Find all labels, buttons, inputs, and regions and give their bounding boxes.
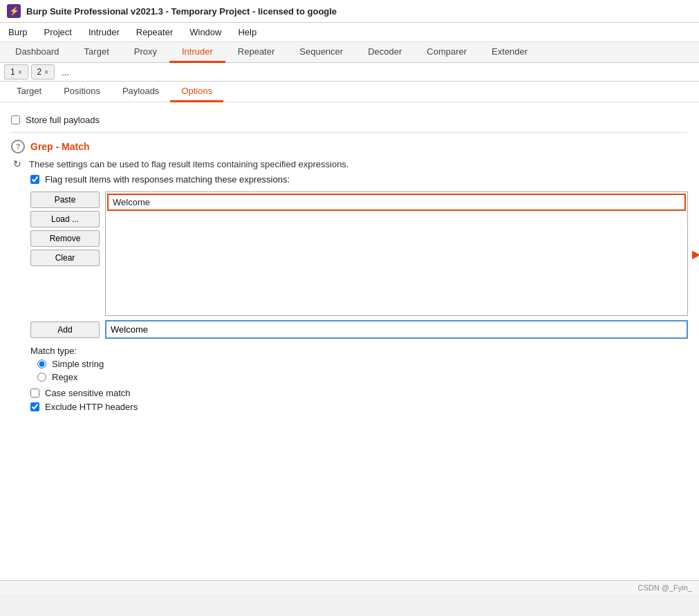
exclude-http-headers-label[interactable]: Exclude HTTP headers bbox=[45, 402, 138, 412]
close-tab-1-icon[interactable]: × bbox=[18, 68, 22, 76]
menu-intruder[interactable]: Intruder bbox=[80, 24, 128, 40]
grep-match-title: Grep - Match bbox=[30, 141, 90, 152]
more-tabs-button[interactable]: ... bbox=[57, 65, 73, 80]
app-icon: ⚡ bbox=[7, 4, 21, 18]
case-sensitive-row: Case sensitive match bbox=[30, 388, 688, 398]
menu-window[interactable]: Window bbox=[181, 24, 230, 40]
grep-match-description: These settings can be used to flag resul… bbox=[29, 159, 348, 169]
expression-list-container: Welcome ▶ bbox=[105, 192, 688, 316]
match-type-regex-radio[interactable] bbox=[37, 373, 46, 382]
store-full-payloads-checkbox[interactable] bbox=[11, 115, 20, 124]
options-tab-target[interactable]: Target bbox=[6, 82, 53, 102]
bottom-bar: CSDN @_Fyin_ bbox=[0, 580, 699, 595]
add-button[interactable]: Add bbox=[30, 321, 100, 338]
grep-match-header: ? Grep - Match bbox=[11, 140, 688, 153]
case-sensitive-label[interactable]: Case sensitive match bbox=[45, 388, 131, 398]
load-button[interactable]: Load ... bbox=[30, 211, 100, 227]
sub-tab-1[interactable]: 1 × bbox=[4, 64, 28, 80]
tab-comparer[interactable]: Comparer bbox=[414, 42, 479, 63]
match-type-simple-label[interactable]: Simple string bbox=[52, 359, 104, 369]
case-sensitive-checkbox[interactable] bbox=[30, 389, 39, 398]
expression-buttons: Paste Load ... Remove Clear bbox=[30, 192, 100, 316]
options-tab-bar: Target Positions Payloads Options bbox=[0, 82, 699, 102]
match-type-label: Match type: bbox=[30, 346, 77, 356]
tab-decoder[interactable]: Decoder bbox=[355, 42, 414, 63]
options-tab-options[interactable]: Options bbox=[170, 82, 223, 102]
match-type-section: Match type: Simple string Regex bbox=[30, 346, 688, 382]
clear-button[interactable]: Clear bbox=[30, 250, 100, 266]
main-tab-bar: Dashboard Target Proxy Intruder Repeater… bbox=[0, 42, 699, 63]
expression-list[interactable]: Welcome bbox=[105, 192, 688, 316]
tab-sequencer[interactable]: Sequencer bbox=[287, 42, 355, 63]
divider-1 bbox=[11, 132, 688, 133]
tab-target[interactable]: Target bbox=[72, 42, 122, 63]
bottom-bar-credit: CSDN @_Fyin_ bbox=[638, 584, 692, 592]
tab-repeater[interactable]: Repeater bbox=[225, 42, 287, 63]
menu-repeater[interactable]: Repeater bbox=[128, 24, 181, 40]
exclude-http-headers-row: Exclude HTTP headers bbox=[30, 402, 688, 412]
remove-button[interactable]: Remove bbox=[30, 230, 100, 247]
tab-proxy[interactable]: Proxy bbox=[122, 42, 169, 63]
add-expression-input[interactable] bbox=[105, 320, 688, 339]
close-tab-2-icon[interactable]: × bbox=[44, 68, 48, 76]
menu-project[interactable]: Project bbox=[35, 24, 80, 40]
additional-checks-section: Case sensitive match Exclude HTTP header… bbox=[30, 388, 688, 412]
paste-button[interactable]: Paste bbox=[30, 192, 100, 208]
main-content: Store full payloads ? Grep - Match ↻ The… bbox=[0, 102, 699, 580]
flag-checkbox-row: Flag result items with responses matchin… bbox=[30, 174, 688, 185]
list-item[interactable]: Welcome bbox=[107, 194, 686, 211]
add-row: Add bbox=[30, 320, 688, 339]
match-type-simple-radio[interactable] bbox=[37, 360, 46, 368]
options-tab-positions[interactable]: Positions bbox=[53, 82, 111, 102]
options-tab-payloads[interactable]: Payloads bbox=[111, 82, 170, 102]
sub-tab-2[interactable]: 2 × bbox=[31, 64, 55, 80]
flag-checkbox[interactable] bbox=[30, 175, 39, 184]
title-bar-text: Burp Suite Professional v2021.3 - Tempor… bbox=[26, 6, 337, 17]
tab-dashboard[interactable]: Dashboard bbox=[3, 42, 72, 63]
store-full-payloads-label[interactable]: Store full payloads bbox=[26, 115, 100, 125]
sub-tab-bar: 1 × 2 × ... bbox=[0, 63, 699, 82]
tab-extender[interactable]: Extender bbox=[479, 42, 540, 63]
help-icon[interactable]: ? bbox=[11, 140, 25, 153]
menu-bar: Burp Project Intruder Repeater Window He… bbox=[0, 23, 699, 42]
tab-intruder[interactable]: Intruder bbox=[169, 42, 225, 63]
menu-burp[interactable]: Burp bbox=[0, 24, 35, 40]
match-type-simple-row: Simple string bbox=[37, 359, 688, 369]
match-type-regex-label[interactable]: Regex bbox=[52, 372, 78, 382]
flag-checkbox-label[interactable]: Flag result items with responses matchin… bbox=[45, 174, 290, 185]
arrow-right-icon: ▶ bbox=[692, 248, 699, 261]
store-full-payloads-row: Store full payloads bbox=[11, 115, 688, 125]
expressions-area: Paste Load ... Remove Clear Welcome ▶ bbox=[30, 192, 688, 316]
exclude-http-headers-checkbox[interactable] bbox=[30, 402, 39, 411]
menu-help[interactable]: Help bbox=[230, 24, 265, 40]
refresh-icon[interactable]: ↻ bbox=[11, 158, 24, 170]
match-type-regex-row: Regex bbox=[37, 372, 688, 382]
title-bar: ⚡ Burp Suite Professional v2021.3 - Temp… bbox=[0, 0, 699, 23]
